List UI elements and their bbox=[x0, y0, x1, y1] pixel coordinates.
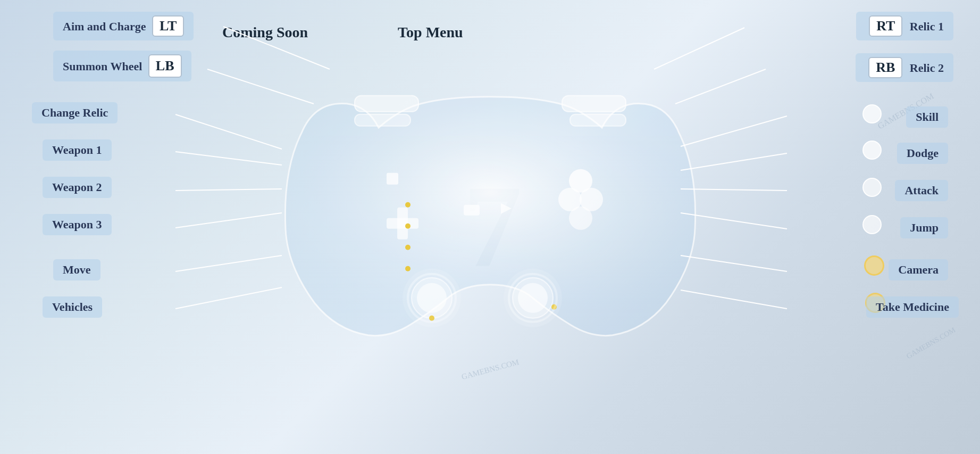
summon-wheel-label: Summon Wheel LB bbox=[53, 51, 191, 81]
vehicles-text: Vehicles bbox=[52, 300, 93, 313]
relic1-text: Relic 1 bbox=[910, 20, 944, 33]
skill-label: Skill bbox=[906, 106, 948, 128]
svg-rect-21 bbox=[387, 218, 418, 228]
weapon2-text: Weapon 2 bbox=[52, 180, 102, 194]
coming-soon-text: Coming Soon bbox=[222, 24, 308, 40]
svg-point-23 bbox=[405, 223, 411, 228]
weapon3-text: Weapon 3 bbox=[52, 218, 102, 231]
jump-label: Jump bbox=[900, 217, 948, 238]
top-menu-text: Top Menu bbox=[398, 24, 463, 40]
lb-badge: LB bbox=[148, 54, 182, 78]
weapon1-text: Weapon 1 bbox=[52, 143, 102, 156]
dodge-text: Dodge bbox=[907, 146, 939, 160]
move-label: Move bbox=[53, 259, 100, 280]
attack-circle bbox=[862, 178, 882, 197]
skill-circle bbox=[862, 104, 882, 123]
attack-label: Attack bbox=[895, 180, 948, 201]
jump-text: Jump bbox=[910, 221, 939, 234]
svg-point-22 bbox=[405, 202, 411, 207]
coming-soon-label: Coming Soon bbox=[213, 20, 317, 45]
relic1-label: RT Relic 1 bbox=[856, 12, 953, 40]
change-relic-label: Change Relic bbox=[32, 102, 118, 123]
svg-rect-19 bbox=[570, 114, 626, 126]
dodge-label: Dodge bbox=[897, 143, 948, 164]
svg-rect-18 bbox=[562, 95, 626, 111]
take-medicine-label: Take Medicine bbox=[866, 296, 959, 318]
controller-svg bbox=[272, 63, 708, 404]
camera-label: Camera bbox=[889, 259, 948, 280]
svg-point-25 bbox=[405, 266, 411, 271]
change-relic-text: Change Relic bbox=[41, 106, 108, 119]
svg-rect-36 bbox=[464, 204, 480, 215]
aim-charge-text: Aim and Charge bbox=[63, 20, 146, 33]
camera-circle bbox=[864, 255, 884, 276]
svg-point-42 bbox=[504, 268, 562, 327]
svg-point-41 bbox=[403, 268, 461, 327]
svg-point-35 bbox=[569, 206, 592, 229]
svg-rect-16 bbox=[355, 95, 418, 111]
main-container: Aim and Charge LT Summon Wheel LB Change… bbox=[0, 0, 980, 454]
move-text: Move bbox=[63, 263, 91, 276]
vehicles-label: Vehicles bbox=[43, 296, 102, 318]
lt-badge: LT bbox=[152, 15, 184, 37]
skill-text: Skill bbox=[916, 110, 939, 123]
dodge-circle bbox=[862, 141, 882, 160]
jump-circle bbox=[862, 215, 882, 234]
camera-text: Camera bbox=[898, 263, 939, 276]
rt-badge: RT bbox=[869, 15, 902, 37]
svg-rect-17 bbox=[355, 114, 411, 126]
rb-badge: RB bbox=[868, 57, 902, 78]
weapon3-label: Weapon 3 bbox=[43, 214, 112, 235]
summon-wheel-text: Summon Wheel bbox=[63, 60, 142, 73]
weapon1-label: Weapon 1 bbox=[43, 139, 112, 161]
svg-rect-38 bbox=[387, 172, 398, 184]
take-medicine-text: Take Medicine bbox=[876, 300, 949, 313]
svg-point-24 bbox=[405, 244, 411, 250]
top-menu-label: Top Menu bbox=[388, 20, 473, 45]
aim-charge-label: Aim and Charge LT bbox=[53, 12, 194, 40]
attack-text: Attack bbox=[904, 184, 939, 197]
weapon2-label: Weapon 2 bbox=[43, 177, 112, 198]
relic2-text: Relic 2 bbox=[910, 61, 944, 75]
relic2-label: RB Relic 2 bbox=[856, 53, 953, 82]
